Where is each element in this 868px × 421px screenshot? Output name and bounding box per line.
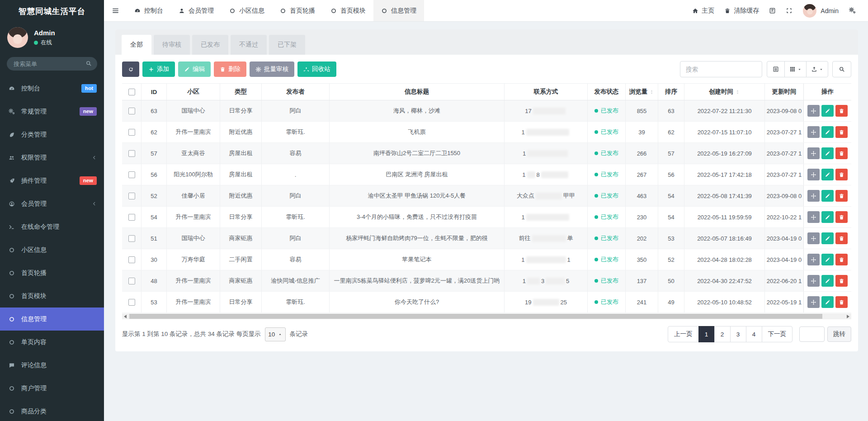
sidebar-search-input[interactable] xyxy=(7,57,97,71)
row-checkbox[interactable] xyxy=(128,235,135,242)
sidebar-item-9[interactable]: 首页轮播 xyxy=(0,261,104,284)
export-button[interactable] xyxy=(806,61,828,77)
delete-button[interactable] xyxy=(835,169,848,180)
row-checkbox[interactable] xyxy=(128,299,135,306)
navbar-tab-5[interactable]: 首页模块 xyxy=(323,0,373,21)
sidebar-item-10[interactable]: 首页模块 xyxy=(0,284,104,307)
filter-tab-4[interactable]: 不通过 xyxy=(231,35,267,55)
clear-cache-link[interactable]: 清除缓存 xyxy=(719,0,764,21)
sidebar-item-8[interactable]: 小区信息 xyxy=(0,238,104,261)
sidebar-item-4[interactable]: 权限管理 xyxy=(0,146,104,169)
edit-button[interactable] xyxy=(821,211,834,223)
move-button[interactable] xyxy=(807,126,820,138)
scroll-right-arrow[interactable] xyxy=(847,315,849,318)
recycle-bin-button[interactable]: 回收站 xyxy=(297,61,336,77)
sidebar-item-15[interactable]: 商品分类 xyxy=(0,400,104,421)
edit-button[interactable] xyxy=(821,275,834,287)
move-button[interactable] xyxy=(807,190,820,202)
refresh-button[interactable] xyxy=(122,61,139,77)
delete-button[interactable] xyxy=(835,296,848,308)
prev-page-button[interactable]: 上一页 xyxy=(668,326,699,342)
filter-tab-3[interactable]: 已发布 xyxy=(192,35,228,55)
edit-button[interactable] xyxy=(821,105,834,117)
edit-button[interactable] xyxy=(821,126,834,138)
batch-audit-button[interactable]: 批量审核 xyxy=(250,61,294,77)
navbar-tab-4[interactable]: 首页轮播 xyxy=(272,0,323,21)
row-checkbox[interactable] xyxy=(128,108,135,114)
row-checkbox[interactable] xyxy=(128,278,135,284)
delete-button[interactable] xyxy=(835,105,848,117)
navbar-tab-3[interactable]: 小区信息 xyxy=(222,0,272,21)
row-checkbox[interactable] xyxy=(128,171,135,178)
add-button[interactable]: 添加 xyxy=(142,61,175,77)
navbar-tab-2[interactable]: 会员管理 xyxy=(171,0,222,21)
delete-button[interactable] xyxy=(835,275,848,287)
page-button-2[interactable]: 2 xyxy=(714,326,731,342)
delete-button[interactable] xyxy=(835,232,848,244)
sidebar-item-12[interactable]: 单页内容 xyxy=(0,331,104,354)
next-page-button[interactable]: 下一页 xyxy=(762,326,793,342)
sidebar-item-14[interactable]: 商户管理 xyxy=(0,377,104,400)
scroll-left-arrow[interactable] xyxy=(124,315,127,318)
navbar-tab-1[interactable]: 控制台 xyxy=(127,0,171,21)
delete-button[interactable] xyxy=(835,254,848,265)
filter-tab-1[interactable]: 全部 xyxy=(122,35,151,55)
move-button[interactable] xyxy=(807,232,820,244)
sidebar-item-1[interactable]: 控制台hot xyxy=(0,77,104,100)
edit-button[interactable]: 编辑 xyxy=(178,61,211,77)
move-button[interactable] xyxy=(807,169,820,180)
edit-button[interactable] xyxy=(821,147,834,159)
sidebar-item-5[interactable]: 插件管理new xyxy=(0,169,104,192)
navbar-user-name[interactable]: Admin xyxy=(821,7,839,14)
jump-button[interactable]: 跳转 xyxy=(827,326,851,342)
navbar-avatar[interactable] xyxy=(803,4,816,18)
sidebar-item-3[interactable]: 分类管理 xyxy=(0,123,104,146)
hamburger-icon[interactable] xyxy=(104,0,127,21)
navbar-tab-6[interactable]: 信息管理 xyxy=(373,0,424,21)
fullscreen-button[interactable] xyxy=(781,0,797,21)
row-checkbox[interactable] xyxy=(128,150,135,157)
move-button[interactable] xyxy=(807,211,820,223)
page-button-1[interactable]: 1 xyxy=(698,326,715,342)
table-search-input[interactable] xyxy=(680,61,762,77)
move-button[interactable] xyxy=(807,296,820,308)
sidebar-item-13[interactable]: 评论信息 xyxy=(0,354,104,377)
search-button[interactable] xyxy=(832,61,851,77)
row-checkbox[interactable] xyxy=(128,214,135,221)
home-link[interactable]: 主页 xyxy=(687,0,719,21)
move-button[interactable] xyxy=(807,275,820,287)
table-row: 63国瑞中心日常分享阿白海风，椰林，沙滩17已发布855632022-07-22… xyxy=(122,100,851,122)
move-button[interactable] xyxy=(807,254,820,265)
page-button-4[interactable]: 4 xyxy=(746,326,762,342)
move-button[interactable] xyxy=(807,147,820,159)
edit-button[interactable] xyxy=(821,232,834,244)
columns-button[interactable] xyxy=(784,61,807,77)
page-size-select[interactable]: 10 xyxy=(265,327,286,341)
delete-button[interactable] xyxy=(835,211,848,223)
edit-button[interactable] xyxy=(821,169,834,180)
delete-button[interactable] xyxy=(835,147,848,159)
scrollbar-thumb[interactable] xyxy=(129,314,822,319)
delete-button[interactable] xyxy=(835,126,848,138)
edit-button[interactable] xyxy=(821,296,834,308)
language-button[interactable] xyxy=(764,0,781,21)
sidebar-item-11[interactable]: 信息管理 xyxy=(0,307,104,331)
filter-tab-5[interactable]: 已下架 xyxy=(269,35,305,55)
detail-view-button[interactable] xyxy=(767,61,785,77)
settings-button[interactable] xyxy=(844,0,861,21)
row-checkbox[interactable] xyxy=(128,129,135,136)
edit-button[interactable] xyxy=(821,190,834,202)
page-button-3[interactable]: 3 xyxy=(730,326,746,342)
delete-button[interactable]: 删除 xyxy=(214,61,246,77)
delete-button[interactable] xyxy=(835,190,848,202)
sidebar-item-7[interactable]: 在线命令管理 xyxy=(0,215,104,238)
edit-button[interactable] xyxy=(821,254,834,265)
jump-page-input[interactable] xyxy=(799,326,825,342)
row-checkbox[interactable] xyxy=(128,193,135,199)
select-all-checkbox[interactable] xyxy=(128,89,135,95)
move-button[interactable] xyxy=(807,105,820,117)
sidebar-item-2[interactable]: 常规管理new xyxy=(0,100,104,123)
row-checkbox[interactable] xyxy=(128,256,135,263)
filter-tab-2[interactable]: 待审核 xyxy=(154,35,190,55)
sidebar-item-6[interactable]: 会员管理 xyxy=(0,192,104,215)
